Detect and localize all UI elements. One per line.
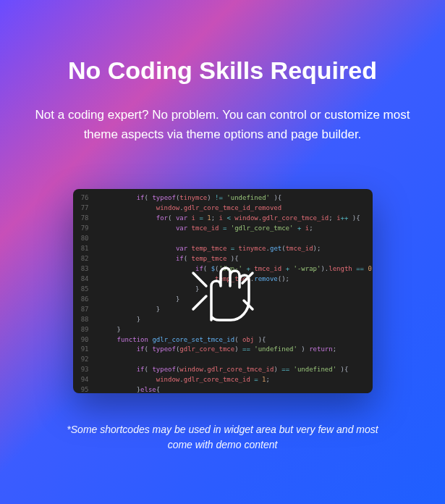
svg-line-0: [193, 273, 206, 286]
page-title: No Coding Skills Required: [68, 56, 377, 85]
code-preview-card: 76 77 78 79 80 81 82 83 84 85 86 87 88 8…: [73, 189, 373, 393]
code-gutter: 76 77 78 79 80 81 82 83 84 85 86 87 88 8…: [73, 189, 93, 393]
no-touch-hand-icon: [183, 251, 263, 331]
footnote: *Some shortcodes may be used in widget a…: [64, 422, 382, 453]
svg-line-1: [193, 296, 206, 309]
page-subtitle: Not a coding expert? No problem. You can…: [27, 105, 418, 144]
